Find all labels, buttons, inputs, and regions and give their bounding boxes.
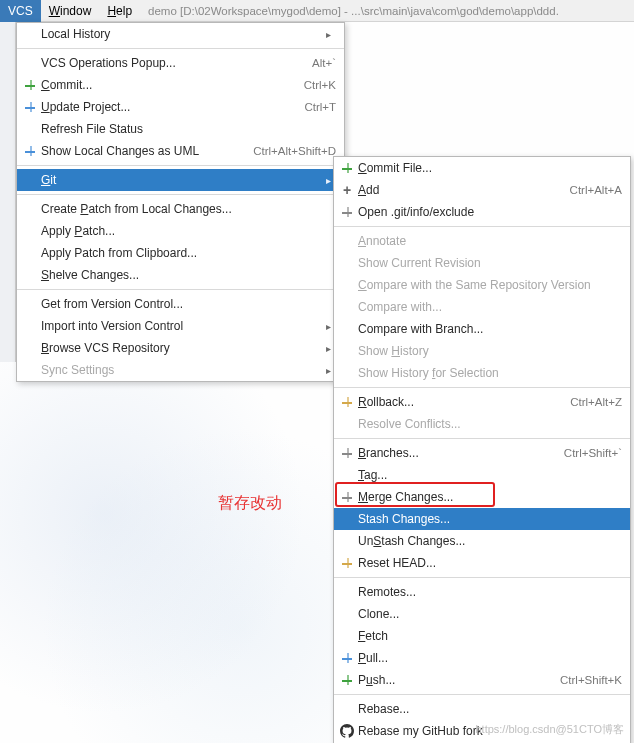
- git-submenu: Commit File...+AddCtrl+Alt+AOpen .git/in…: [333, 156, 631, 743]
- menu-item-label: Show Local Changes as UML: [39, 144, 245, 158]
- svg-rect-7: [347, 163, 349, 173]
- svg-rect-11: [347, 397, 349, 407]
- action-icon: [338, 205, 356, 219]
- separator: [334, 387, 630, 388]
- menu-item-label: Merge Changes...: [356, 490, 622, 504]
- shortcut-label: Ctrl+T: [296, 101, 336, 113]
- menu-window[interactable]: Window: [41, 1, 100, 21]
- menu-item-label: Create Patch from Local Changes...: [39, 202, 336, 216]
- svg-rect-17: [347, 558, 349, 568]
- menu-item-reset-head[interactable]: Reset HEAD...: [334, 552, 630, 574]
- action-icon: [21, 100, 39, 114]
- menu-item-label: UnStash Changes...: [356, 534, 622, 548]
- menu-item-merge-changes[interactable]: Merge Changes...: [334, 486, 630, 508]
- vcs-dropdown: Local History▸VCS Operations Popup...Alt…: [16, 22, 345, 382]
- menu-item-unstash-changes[interactable]: UnStash Changes...: [334, 530, 630, 552]
- menu-item-label: Commit...: [39, 78, 296, 92]
- menu-item-rollback[interactable]: Rollback...Ctrl+Alt+Z: [334, 391, 630, 413]
- left-gutter: [0, 22, 16, 362]
- watermark: https://blog.csdn@51CTO博客: [475, 722, 624, 737]
- window-title-path: demo [D:\02Workspace\mygod\demo] - ...\s…: [140, 5, 559, 17]
- menu-item-browse-vcs-repository[interactable]: Browse VCS Repository▸: [17, 337, 344, 359]
- menu-item-label: VCS Operations Popup...: [39, 56, 304, 70]
- menu-item-compare-with-branch[interactable]: Compare with Branch...: [334, 318, 630, 340]
- menu-vcs[interactable]: VCS: [0, 0, 41, 22]
- svg-rect-15: [347, 492, 349, 502]
- separator: [334, 226, 630, 227]
- menu-item-label: Browse VCS Repository: [39, 341, 326, 355]
- menu-item-label: Remotes...: [356, 585, 622, 599]
- separator: [334, 694, 630, 695]
- action-icon: [338, 673, 356, 687]
- menu-item-label: Get from Version Control...: [39, 297, 336, 311]
- menu-item-label: Fetch: [356, 629, 622, 643]
- action-icon: [338, 556, 356, 570]
- menu-item-import-into-version-control[interactable]: Import into Version Control▸: [17, 315, 344, 337]
- shortcut-label: Ctrl+Shift+`: [556, 447, 622, 459]
- menu-item-label: Branches...: [356, 446, 556, 460]
- menu-item-vcs-operations-popup[interactable]: VCS Operations Popup...Alt+`: [17, 52, 344, 74]
- menu-item-label: Reset HEAD...: [356, 556, 622, 570]
- menu-item-label: Compare with...: [356, 300, 622, 314]
- menu-item-label: Sync Settings: [39, 363, 326, 377]
- menu-item-label: Stash Changes...: [356, 512, 622, 526]
- menu-item-remotes[interactable]: Remotes...: [334, 581, 630, 603]
- menu-item-label: Apply Patch...: [39, 224, 336, 238]
- menu-item-show-current-revision: Show Current Revision: [334, 252, 630, 274]
- menu-item-label: Refresh File Status: [39, 122, 336, 136]
- menu-item-commit-file[interactable]: Commit File...: [334, 157, 630, 179]
- separator: [334, 438, 630, 439]
- menu-item-label: Import into Version Control: [39, 319, 326, 333]
- separator: [17, 289, 344, 290]
- menu-item-get-from-version-control[interactable]: Get from Version Control...: [17, 293, 344, 315]
- menu-help[interactable]: Help: [99, 1, 140, 21]
- menu-item-clone[interactable]: Clone...: [334, 603, 630, 625]
- menu-item-push[interactable]: Push...Ctrl+Shift+K: [334, 669, 630, 691]
- action-icon: [21, 78, 39, 92]
- menu-item-commit[interactable]: Commit...Ctrl+K: [17, 74, 344, 96]
- menu-item-apply-patch-from-clipboard[interactable]: Apply Patch from Clipboard...: [17, 242, 344, 264]
- shortcut-label: Ctrl+Shift+K: [552, 674, 622, 686]
- menu-item-resolve-conflicts: Resolve Conflicts...: [334, 413, 630, 435]
- menu-item-stash-changes[interactable]: Stash Changes...: [334, 508, 630, 530]
- menu-item-label: Tag...: [356, 468, 622, 482]
- menu-item-pull[interactable]: Pull...: [334, 647, 630, 669]
- menu-item-local-history[interactable]: Local History▸: [17, 23, 344, 45]
- shortcut-label: Ctrl+K: [296, 79, 336, 91]
- menu-item-shelve-changes[interactable]: Shelve Changes...: [17, 264, 344, 286]
- menu-item-tag[interactable]: Tag...: [334, 464, 630, 486]
- submenu-arrow-icon: ▸: [326, 29, 336, 40]
- menu-item-show-local-changes-as-uml[interactable]: Show Local Changes as UMLCtrl+Alt+Shift+…: [17, 140, 344, 162]
- menu-item-rebase[interactable]: Rebase...: [334, 698, 630, 720]
- menu-item-compare-with-the-same-repository-version: Compare with the Same Repository Version: [334, 274, 630, 296]
- svg-rect-9: [347, 207, 349, 217]
- menu-item-create-patch-from-local-changes[interactable]: Create Patch from Local Changes...: [17, 198, 344, 220]
- menu-item-update-project[interactable]: Update Project...Ctrl+T: [17, 96, 344, 118]
- annotation-label: 暂存改动: [218, 493, 282, 514]
- plus-icon: +: [338, 183, 356, 197]
- svg-rect-5: [30, 146, 32, 156]
- menu-item-label: Show Current Revision: [356, 256, 622, 270]
- svg-rect-21: [347, 675, 349, 685]
- menu-item-add[interactable]: +AddCtrl+Alt+A: [334, 179, 630, 201]
- menu-item-label: Add: [356, 183, 562, 197]
- menu-item-label: Pull...: [356, 651, 622, 665]
- separator: [17, 194, 344, 195]
- action-icon: [338, 161, 356, 175]
- menu-item-branches[interactable]: Branches...Ctrl+Shift+`: [334, 442, 630, 464]
- menu-item-label: Resolve Conflicts...: [356, 417, 622, 431]
- menu-item-label: Rebase...: [356, 702, 622, 716]
- svg-rect-19: [347, 653, 349, 663]
- menu-item-git[interactable]: Git▸: [17, 169, 344, 191]
- separator: [17, 165, 344, 166]
- menu-item-fetch[interactable]: Fetch: [334, 625, 630, 647]
- menu-item-label: Apply Patch from Clipboard...: [39, 246, 336, 260]
- shortcut-label: Ctrl+Alt+A: [562, 184, 622, 196]
- menu-item-label: Push...: [356, 673, 552, 687]
- github-icon: [338, 724, 356, 738]
- menu-item-label: Annotate: [356, 234, 622, 248]
- menu-item-apply-patch[interactable]: Apply Patch...: [17, 220, 344, 242]
- menu-item-open-git-info-exclude[interactable]: Open .git/info/exclude: [334, 201, 630, 223]
- svg-rect-1: [30, 80, 32, 90]
- menu-item-refresh-file-status[interactable]: Refresh File Status: [17, 118, 344, 140]
